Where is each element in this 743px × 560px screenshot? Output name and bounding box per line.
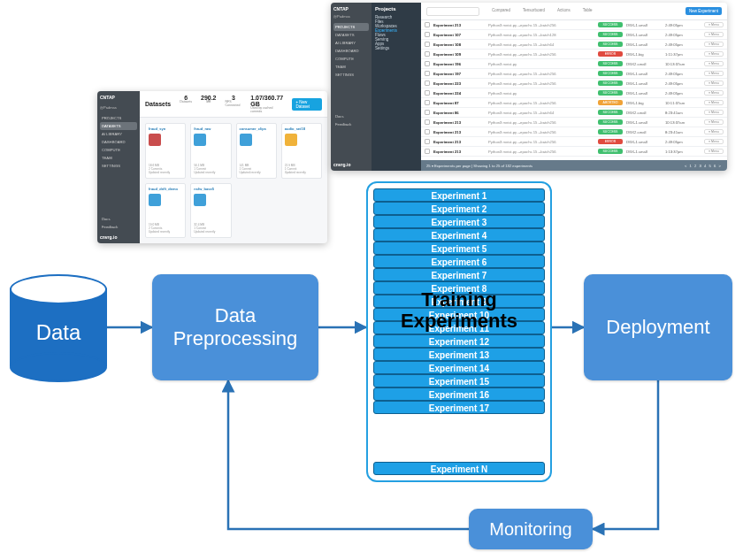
- ds-nav-item[interactable]: DASHBOARD: [100, 138, 137, 146]
- row-menu-button[interactable]: ≡ Menu: [704, 42, 724, 47]
- row-checkbox[interactable]: [425, 81, 430, 86]
- row-menu-button[interactable]: ≡ Menu: [704, 119, 724, 125]
- ex-nav-item[interactable]: DATASETS: [333, 31, 369, 39]
- preprocessing-label: Data Preprocessing: [173, 304, 298, 351]
- ds-nav-item[interactable]: PROJECTS: [100, 114, 137, 122]
- ds-header: Datasets 6Datasets290.2MB3NFS Connected1…: [140, 91, 327, 118]
- ex-nav-item[interactable]: TEAM: [333, 63, 369, 71]
- experiment-bar: Experiment 10: [373, 308, 545, 321]
- row-name: Experiment 213: [433, 140, 485, 144]
- ex-nav-item[interactable]: AI LIBRARY: [333, 39, 369, 47]
- row-menu-button[interactable]: ≡ Menu: [704, 22, 724, 27]
- ex-nav-item[interactable]: COMPUTE: [333, 55, 369, 63]
- ds-stat: 3NFS Connected: [226, 95, 242, 113]
- row-instance: DGX-1.small: [626, 91, 662, 96]
- ds-nav-item[interactable]: SETTINGS: [100, 162, 137, 170]
- row-checkbox[interactable]: [425, 22, 430, 27]
- ds-nav-item[interactable]: TEAM: [100, 154, 137, 162]
- row-menu-button[interactable]: ≡ Menu: [704, 149, 724, 154]
- monitoring-label: Monitoring: [489, 519, 571, 540]
- row-checkbox[interactable]: [425, 51, 430, 57]
- row-checkbox[interactable]: [425, 42, 430, 47]
- ds-nav-item[interactable]: AI LIBRARY: [100, 130, 137, 138]
- row-command: Python3 mnist.py --epochs 15 --batch256: [488, 72, 594, 76]
- ds-footer-link[interactable]: Feedback: [100, 223, 137, 231]
- row-checkbox[interactable]: [425, 110, 430, 115]
- experiment-row[interactable]: Experiment 107Python3 mnist.py --epochs …: [421, 30, 727, 40]
- row-menu-button[interactable]: ≡ Menu: [704, 71, 724, 76]
- compared-label[interactable]: Compared: [492, 9, 510, 13]
- dataset-card[interactable]: fraud_drift_demo19.0 MB2 CommitsUpdated …: [145, 183, 186, 239]
- experiment-row[interactable]: Experiment 213Python3 mnist.py --epochs …: [421, 20, 727, 30]
- ex-footer-link[interactable]: Docs: [333, 112, 369, 120]
- experiment-row[interactable]: Experiment 86Python3 mnist.py --epochs 1…: [421, 108, 727, 118]
- row-time: 10:13:37am: [665, 120, 701, 125]
- row-menu-button[interactable]: ≡ Menu: [704, 61, 724, 66]
- ex-nav-item[interactable]: DASHBOARD: [333, 47, 369, 55]
- dataset-card[interactable]: fraud_syn18.6 MB2 CommitsUpdated recentl…: [145, 123, 186, 179]
- row-checkbox[interactable]: [425, 61, 430, 66]
- new-experiment-button[interactable]: New Experiment: [686, 7, 722, 15]
- row-checkbox[interactable]: [425, 139, 430, 144]
- row-status: SUCCESS: [598, 32, 623, 37]
- row-menu-button[interactable]: ≡ Menu: [704, 139, 724, 144]
- row-command: Python3 mnist.py --epochs 15 --batch256: [488, 23, 594, 27]
- dataset-card[interactable]: nsfw_base532.4 MB1 CommitUpdated recentl…: [190, 183, 231, 239]
- ds-nav-item[interactable]: DATASETS: [100, 122, 137, 130]
- experiment-bar: Experiment 1: [373, 188, 545, 202]
- experiment-row[interactable]: Experiment 108Python3 mnist.py --epochs …: [421, 40, 727, 50]
- row-checkbox[interactable]: [425, 90, 430, 96]
- experiment-row[interactable]: Experiment 197Python3 mnist.py --epochs …: [421, 69, 727, 79]
- ds-nav-item[interactable]: COMPUTE: [100, 146, 137, 154]
- row-status: SUCCESS: [598, 129, 623, 134]
- ds-footer-link[interactable]: Docs: [100, 215, 137, 223]
- row-menu-button[interactable]: ≡ Menu: [704, 90, 724, 96]
- ex-footer-link[interactable]: Feedback: [333, 120, 369, 128]
- row-menu-button[interactable]: ≡ Menu: [704, 100, 724, 105]
- new-dataset-button[interactable]: + New Dataset: [292, 98, 322, 111]
- row-instance: DGX-1.small: [626, 33, 662, 37]
- table-label[interactable]: Table: [583, 9, 593, 13]
- dataset-card[interactable]: audio_set1822.9 MB1 CommitUpdated recent…: [281, 123, 322, 179]
- row-time: 8:23:41am: [665, 130, 701, 134]
- ex-nav-item[interactable]: SETTINGS: [333, 71, 369, 79]
- row-checkbox[interactable]: [425, 100, 430, 105]
- actions-label[interactable]: Actions: [557, 9, 571, 13]
- dataset-card[interactable]: fraud_raw56.1 MB1 CommitUpdated recently: [190, 123, 231, 179]
- row-menu-button[interactable]: ≡ Menu: [704, 32, 724, 37]
- experiment-row[interactable]: Experiment 196Python3 mnist.pySUCCESSDGX…: [421, 59, 727, 69]
- row-menu-button[interactable]: ≡ Menu: [704, 81, 724, 86]
- experiment-row[interactable]: Experiment 213Python3 mnist.py --epochs …: [421, 137, 727, 147]
- row-menu-button[interactable]: ≡ Menu: [704, 110, 724, 115]
- experiment-row[interactable]: Experiment 87Python3 mnist.py --epochs 1…: [421, 98, 727, 108]
- footer-pagination[interactable]: < 1 2 3 4 5 6 >: [685, 164, 722, 168]
- experiment-bar: Experiment 6: [373, 255, 545, 268]
- row-checkbox[interactable]: [425, 129, 430, 134]
- ex-nav-item[interactable]: PROJECTS: [333, 23, 369, 31]
- tensorboard-label[interactable]: Tensorboard: [523, 9, 545, 13]
- row-name: Experiment 87: [433, 101, 485, 105]
- row-command: Python3 mnist.py --epochs 15 --batch256: [488, 130, 594, 134]
- experiment-row[interactable]: Experiment 213Python3 mnist.py --epochs …: [421, 118, 727, 127]
- ex-subnav-item[interactable]: Settings: [375, 46, 417, 50]
- row-checkbox[interactable]: [425, 119, 430, 125]
- row-checkbox[interactable]: [425, 71, 430, 76]
- row-name: Experiment 224: [433, 91, 485, 96]
- experiment-row[interactable]: Experiment 223Python3 mnist.py --epochs …: [421, 79, 727, 88]
- row-command: Python3 mnist.py: [488, 91, 594, 96]
- row-menu-button[interactable]: ≡ Menu: [704, 129, 724, 134]
- dataset-card[interactable]: consumer_clips141 MB1 CommitUpdated rece…: [236, 123, 277, 179]
- experiment-row[interactable]: Experiment 213Python3 mnist.py --epochs …: [421, 127, 727, 137]
- experiment-row[interactable]: Experiment 109Python3 mnist.py --epochs …: [421, 50, 727, 59]
- search-input[interactable]: [426, 7, 479, 16]
- row-time: 1:13:37pm: [665, 150, 701, 154]
- row-checkbox[interactable]: [425, 32, 430, 37]
- row-time: 2:49:05pm: [665, 33, 701, 37]
- row-checkbox[interactable]: [425, 149, 430, 154]
- experiment-row[interactable]: Experiment 224Python3 mnist.pySUCCESSDGX…: [421, 88, 727, 98]
- row-instance: DGX2.small: [626, 62, 662, 66]
- row-menu-button[interactable]: ≡ Menu: [704, 51, 724, 57]
- row-instance: DGX2.small: [626, 130, 662, 134]
- experiment-row[interactable]: Experiment 213Python3 mnist.py --epochs …: [421, 147, 727, 157]
- data-cylinder: Data: [10, 274, 107, 380]
